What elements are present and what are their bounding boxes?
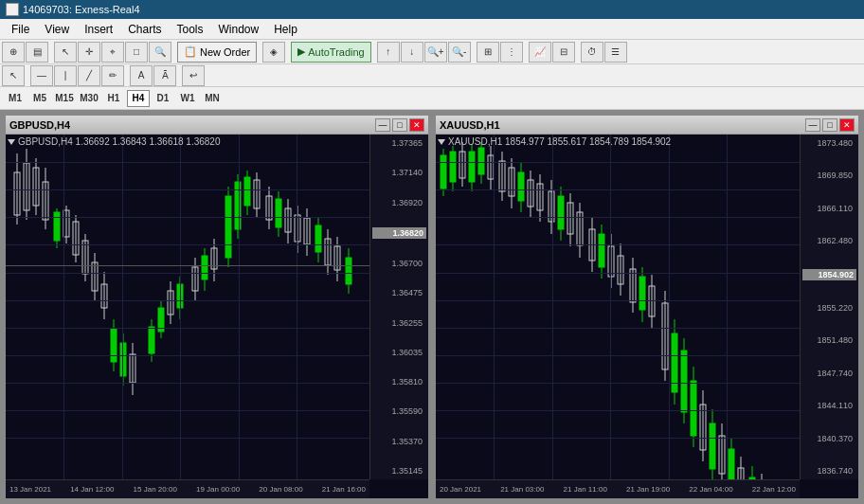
timeframe-bar: M1 M5 M15 M30 H1 H4 D1 W1 MN xyxy=(0,87,864,110)
price-2: 1.37140 xyxy=(372,168,426,177)
tf-m1[interactable]: M1 xyxy=(4,90,27,107)
grid-h-x10 xyxy=(436,410,800,411)
autotrading-label: AutoTrading xyxy=(308,46,365,58)
label-btn[interactable]: Ᾱ xyxy=(153,65,176,86)
xauusd-close-btn[interactable]: ✕ xyxy=(839,118,855,132)
svg-rect-115 xyxy=(681,351,687,412)
toolbar1: ⊕ ▤ ↖ ✛ ⌖ □ 🔍 📋 New Order ◈ ▶ AutoTradin… xyxy=(0,40,864,64)
time-5: 20 Jan 08:00 xyxy=(259,485,302,494)
gbpusd-minimize-btn[interactable]: — xyxy=(375,118,390,132)
toolbar2: ↖ — | ╱ ✏ A Ᾱ ↩ xyxy=(0,64,864,87)
time-2: 14 Jan 12:00 xyxy=(70,485,114,494)
zoom-btn[interactable]: ⌖ xyxy=(101,42,124,63)
grid-h-x6 xyxy=(436,300,800,301)
price-5: 1.36700 xyxy=(372,259,426,268)
svg-rect-75 xyxy=(478,148,484,174)
grid-btn[interactable]: ⊞ xyxy=(477,42,499,63)
svg-rect-121 xyxy=(710,423,715,469)
price-8: 1.36035 xyxy=(372,348,426,357)
chart-titlebar-xauusd: XAUUSD,H1 — □ ✕ xyxy=(436,116,858,135)
svg-rect-67 xyxy=(441,155,446,189)
chart-window-gbpusd: GBPUSD,H4 — □ ✕ GBPUSD,H4 1.36692 1.3684… xyxy=(4,114,430,500)
svg-rect-21 xyxy=(111,329,117,362)
draw-btn[interactable]: ✏ xyxy=(101,65,124,86)
triangle-icon-xauusd xyxy=(438,139,445,145)
menu-view[interactable]: View xyxy=(37,21,77,38)
profile-btn[interactable]: ▤ xyxy=(26,42,48,63)
gbpusd-maximize-btn[interactable]: □ xyxy=(392,118,407,132)
xprice-7: 1851.480 xyxy=(802,335,856,345)
chart-body-xauusd[interactable]: XAUUSD,H1 1854.977 1855.617 1854.789 185… xyxy=(436,135,858,498)
arrow-btn[interactable]: ↖ xyxy=(2,65,25,86)
svg-rect-45 xyxy=(244,177,250,206)
ruler-btn[interactable]: □ xyxy=(125,42,148,63)
chart-title-left-xauusd: XAUUSD,H1 xyxy=(440,119,500,131)
price-10: 1.35590 xyxy=(372,406,426,416)
chart-body-gbpusd[interactable]: GBPUSD,H4 1.36692 1.36843 1.36618 1.3682… xyxy=(6,135,428,498)
vline-btn[interactable]: | xyxy=(54,65,77,86)
grid-h-8 xyxy=(6,355,369,356)
grid-h-4 xyxy=(6,244,369,245)
grid-h-x2 xyxy=(436,189,800,190)
templates-btn[interactable]: ⊟ xyxy=(552,42,575,63)
tf-m15[interactable]: M15 xyxy=(53,90,76,107)
xauusd-minimize-btn[interactable]: — xyxy=(805,118,820,132)
xauusd-maximize-btn[interactable]: □ xyxy=(822,118,837,132)
gbpusd-info: GBPUSD,H4 1.36692 1.36843 1.36618 1.3682… xyxy=(18,136,221,147)
text-btn[interactable]: A xyxy=(130,65,153,86)
grid-v-x1 xyxy=(494,135,495,479)
chart-canvas-xauusd xyxy=(436,135,800,479)
grid-h-9 xyxy=(6,383,369,384)
autotrading-btn[interactable]: ▶ AutoTrading xyxy=(291,42,371,63)
svg-rect-73 xyxy=(469,152,475,182)
menu-file[interactable]: File xyxy=(4,21,37,38)
tf-w1[interactable]: W1 xyxy=(176,90,199,107)
crosshair-btn[interactable]: ✛ xyxy=(78,42,100,63)
chart-down-btn[interactable]: ↓ xyxy=(401,42,423,63)
xprice-8: 1847.740 xyxy=(802,369,856,378)
tf-h4[interactable]: H4 xyxy=(127,90,150,107)
objects-btn[interactable]: ☰ xyxy=(604,42,627,63)
menu-charts[interactable]: Charts xyxy=(120,21,169,38)
cursor-btn[interactable]: ↖ xyxy=(54,42,77,63)
tf-h1[interactable]: H1 xyxy=(102,90,125,107)
hline-btn[interactable]: — xyxy=(30,65,53,86)
new-order-btn[interactable]: 📋 New Order xyxy=(177,42,257,63)
grid-h-7 xyxy=(6,328,369,329)
app-icon xyxy=(6,3,19,16)
xprice-11: 1836.740 xyxy=(802,466,856,476)
shapes-btn[interactable]: ◈ xyxy=(262,42,285,63)
period-sep-btn[interactable]: ⋮ xyxy=(500,42,523,63)
tf-mn[interactable]: MN xyxy=(201,90,224,107)
time-axis-gbpusd: 13 Jan 2021 14 Jan 12:00 15 Jan 20:00 19… xyxy=(6,479,369,498)
tline-btn[interactable]: ╱ xyxy=(78,65,100,86)
tf-m5[interactable]: M5 xyxy=(28,90,51,107)
xtime-5: 22 Jan 04:00 xyxy=(689,485,732,494)
menu-help[interactable]: Help xyxy=(266,21,305,38)
new-chart-btn[interactable]: ⊕ xyxy=(2,42,25,63)
menu-window[interactable]: Window xyxy=(211,21,267,38)
menu-tools[interactable]: Tools xyxy=(170,21,211,38)
gbpusd-close-btn[interactable]: ✕ xyxy=(409,118,424,132)
chart-up-btn[interactable]: ↑ xyxy=(377,42,400,63)
grid-h-x8 xyxy=(436,355,800,356)
grid-v-x5 xyxy=(727,135,728,479)
new-order-label: New Order xyxy=(200,46,250,58)
zoom-in-btn[interactable]: 🔍+ xyxy=(424,42,447,63)
fib-btn[interactable]: ↩ xyxy=(182,65,205,86)
price-1: 1.37365 xyxy=(372,138,426,148)
time-btn[interactable]: ⏱ xyxy=(581,42,603,63)
gbpusd-title: GBPUSD,H4 xyxy=(9,119,70,131)
grid-h-x3 xyxy=(436,217,800,218)
price-axis-xauusd: 1873.480 1869.850 1866.110 1862.480 1854… xyxy=(800,135,858,479)
menu-insert[interactable]: Insert xyxy=(77,21,120,38)
time-4: 19 Jan 00:00 xyxy=(196,485,240,494)
indicators-btn[interactable]: 📈 xyxy=(529,42,551,63)
grid-h-10 xyxy=(6,410,369,411)
title-text: 14069703: Exness-Real4 xyxy=(23,4,140,15)
xprice-9: 1844.110 xyxy=(802,401,856,410)
magnify-btn[interactable]: 🔍 xyxy=(149,42,171,63)
tf-m30[interactable]: M30 xyxy=(78,90,100,107)
tf-d1[interactable]: D1 xyxy=(152,90,174,107)
zoom-out-btn[interactable]: 🔍- xyxy=(448,42,471,63)
